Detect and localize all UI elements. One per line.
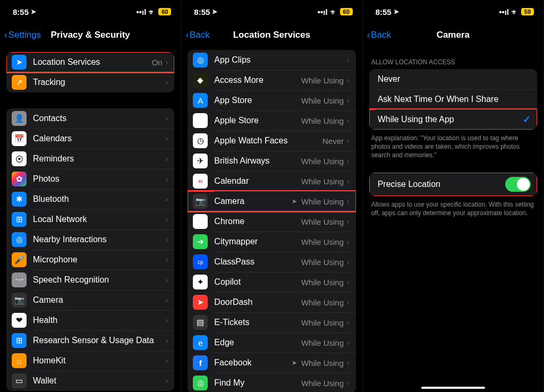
list-row[interactable]: 📷Camera› (6, 290, 174, 310)
chevron-right-icon: › (347, 338, 350, 347)
access-option[interactable]: Ask Next Time Or When I Share (369, 89, 537, 109)
settings-list: ➤Location ServicesOn›↗Tracking› 👤Contact… (0, 47, 181, 392)
back-button[interactable]: ‹ Settings (4, 30, 41, 40)
camera-settings: ALLOW LOCATION ACCESS NeverAsk Next Time… (363, 47, 543, 392)
back-button[interactable]: ‹ Back (367, 30, 391, 40)
list-row[interactable]: ▭Wallet› (6, 371, 174, 391)
row-label: Chrome (214, 217, 298, 226)
row-label: Research Sensor & Usage Data (33, 336, 163, 345)
chevron-right-icon: › (347, 379, 350, 387)
list-row[interactable]: ◷Apple Watch FacesNever› (188, 131, 355, 151)
reminders-icon: ⦿ (12, 151, 27, 166)
list-row[interactable]: 31CalendarWhile Using› (188, 171, 355, 191)
wifi-icon: ᯤ (511, 7, 519, 16)
apple-store-icon (193, 113, 208, 128)
row-label: Photos (33, 174, 163, 184)
list-row[interactable]: ▤E-TicketsWhile Using› (188, 312, 355, 333)
privacy-group-2: 👤Contacts›📅Calendars›⦿Reminders›✿Photos›… (6, 108, 174, 391)
status-bar: 8:55 ➤ ••ıl ᯤ 60 (0, 0, 181, 23)
list-row[interactable]: 👤Contacts› (6, 108, 174, 129)
row-detail: While Using (301, 177, 344, 186)
chevron-right-icon: › (166, 276, 168, 284)
chevron-right-icon: › (347, 116, 350, 125)
row-detail: While Using (301, 76, 344, 85)
list-row[interactable]: 🎤Microphone› (6, 250, 174, 270)
location-arrow-icon: ➤ (394, 8, 399, 15)
list-row[interactable]: ✈British AirwaysWhile Using› (188, 151, 355, 171)
health-icon: ❤ (12, 313, 27, 328)
panel-privacy-security: 8:55 ➤ ••ıl ᯤ 60 ‹ Settings Privacy & Se… (0, 0, 181, 392)
access-option[interactable]: Never (369, 69, 537, 89)
list-row[interactable]: fFacebook➤While Using› (188, 353, 355, 373)
chevron-right-icon: › (347, 298, 350, 306)
list-row[interactable]: ◆Access MoreWhile Using› (188, 70, 355, 90)
list-row[interactable]: ◎App Clips› (188, 50, 355, 70)
chevron-right-icon: › (166, 78, 168, 87)
row-label: Facebook (214, 358, 292, 368)
row-label: Reminders (33, 154, 163, 164)
chevron-left-icon: ‹ (4, 30, 7, 40)
list-row[interactable]: eEdgeWhile Using› (188, 333, 355, 353)
precise-location-label: Precise Location (378, 180, 505, 189)
camera-icon: 📷 (193, 194, 208, 209)
calendar-icon: 31 (193, 174, 208, 189)
row-label: Camera (33, 295, 163, 305)
list-row[interactable]: 📷Camera➤While Using› (188, 191, 355, 211)
back-label: Back (371, 30, 391, 40)
chevron-right-icon: › (347, 56, 350, 64)
list-row[interactable]: 〰Speech Recognition› (6, 270, 174, 290)
option-label: Never (378, 74, 531, 84)
list-row[interactable]: cpClassPassWhile Using› (188, 252, 355, 272)
list-row[interactable]: ⦿Reminders› (6, 149, 174, 169)
list-row[interactable]: ➜CitymapperWhile Using› (188, 232, 355, 252)
chevron-right-icon: › (166, 377, 168, 385)
list-row[interactable]: ⊞Research Sensor & Usage Data› (6, 330, 174, 351)
status-time: 8:55 (194, 7, 210, 16)
list-row[interactable]: ⊞Local Network› (6, 209, 174, 229)
row-label: Citymapper (214, 237, 298, 246)
back-button[interactable]: ‹ Back (185, 30, 209, 40)
app-list: ◎App Clips›◆Access MoreWhile Using›AApp … (181, 47, 362, 392)
option-label: Ask Next Time Or When I Share (378, 95, 531, 104)
row-detail: While Using (301, 338, 344, 347)
row-label: Local Network (33, 215, 163, 224)
list-row[interactable]: ◉ChromeWhile Using› (188, 211, 355, 232)
contacts-icon: 👤 (12, 111, 27, 126)
chevron-right-icon: › (347, 258, 350, 266)
list-row[interactable]: ➤DoorDashWhile Using› (188, 292, 355, 312)
access-options-group: NeverAsk Next Time Or When I ShareWhile … (369, 69, 537, 130)
status-time: 8:55 (376, 7, 392, 16)
bluetooth-icon: ✱ (12, 192, 27, 207)
chevron-right-icon: › (166, 175, 168, 183)
list-row[interactable]: 📅Calendars› (6, 129, 174, 149)
chevron-right-icon: › (347, 177, 350, 185)
row-detail: While Using (301, 379, 344, 388)
list-row[interactable]: ✿Photos› (6, 169, 174, 189)
row-label: Nearby Interactions (33, 235, 163, 244)
row-label: App Store (214, 96, 298, 105)
precise-location-toggle[interactable] (505, 177, 531, 192)
row-label: Calendar (214, 176, 298, 186)
list-row[interactable]: ✱Bluetooth› (6, 189, 174, 209)
list-row[interactable]: ◎Find MyWhile Using› (188, 373, 355, 392)
chevron-right-icon: › (347, 217, 350, 226)
list-row[interactable]: ↗Tracking› (6, 72, 174, 92)
list-row[interactable]: Apple StoreWhile Using› (188, 110, 355, 131)
location-arrow-icon: ➤ (12, 55, 27, 70)
list-row[interactable]: AApp StoreWhile Using› (188, 90, 355, 110)
list-row[interactable]: ❤Health› (6, 310, 174, 330)
page-title: Camera (437, 30, 470, 40)
row-label: Calendars (33, 134, 163, 143)
status-time: 8:55 (13, 7, 29, 16)
microphone-icon: 🎤 (12, 252, 27, 267)
row-detail: While Using (301, 318, 344, 327)
list-row[interactable]: ◎Nearby Interactions› (6, 229, 174, 250)
access-option[interactable]: While Using the App✓ (369, 109, 537, 130)
list-row[interactable]: ➤Location ServicesOn› (6, 52, 174, 72)
list-row[interactable]: ✦CopilotWhile Using› (188, 272, 355, 292)
home-indicator[interactable] (421, 387, 485, 389)
list-row[interactable]: ⌂HomeKit› (6, 351, 174, 371)
app-clips-icon: ◎ (193, 53, 208, 67)
row-label: HomeKit (33, 356, 163, 365)
row-detail: On (152, 58, 163, 67)
